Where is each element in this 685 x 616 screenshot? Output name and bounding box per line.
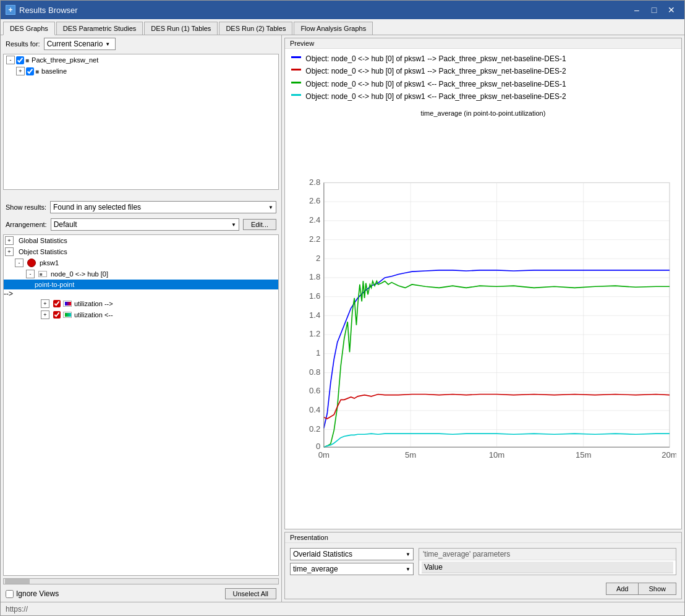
tab-des-run-1[interactable]: DES Run (1) Tables [144,22,218,35]
arrangement-arrow: ▼ [231,222,236,228]
presentation-type-arrow: ▼ [406,552,411,557]
svg-text:1.4: 1.4 [309,310,320,319]
checkbox-pack[interactable] [16,56,24,64]
preview-section: Preview Object: node_0 <-> hub [0] of pk… [284,38,682,529]
presentation-function-select[interactable]: time_average ▼ [290,563,414,575]
expander-global[interactable]: + [5,236,14,245]
legend-item-0: Object: node_0 <-> hub [0] of pksw1 --> … [291,53,675,65]
label-p2p: point-to-point [35,281,74,288]
label-util-right: utilization --> [74,300,113,307]
stats-item-util-left[interactable]: + utilization <-- [4,309,278,320]
stats-item-global[interactable]: + Global Statistics [4,235,278,246]
arrangement-value: Default [54,220,231,229]
stats-item-object[interactable]: + Object Statistics [4,246,278,257]
params-title: 'time_average' parameters [419,549,676,560]
svg-text:1: 1 [316,348,320,357]
stats-item-p2p[interactable]: point-to-point [4,280,278,289]
presentation-function-value: time_average [293,565,406,573]
legend-text-1: Object: node_0 <-> hub [0] of pksw1 --> … [304,65,566,77]
tab-des-graphs[interactable]: DES Graphs [3,22,55,35]
tab-des-parametric[interactable]: DES Parametric Studies [56,22,143,35]
chart-area: 2.8 2.6 2.4 2.2 2 1.8 1.6 1.4 1.2 1 0.8 … [290,119,676,524]
svg-text:0.8: 0.8 [309,367,320,376]
expander-util-right[interactable]: + [41,299,49,308]
left-bottom-row: Ignore Views Unselect All [1,586,281,602]
legend-area: Object: node_0 <-> hub [0] of pksw1 --> … [285,49,681,107]
arrangement-label: Arrangement: [6,221,47,228]
presentation-title: Presentation [285,533,681,543]
expander-baseline[interactable]: + [16,67,25,75]
ignore-views-label[interactable]: Ignore Views [6,589,59,598]
util-left-icon [63,312,72,318]
legend-color-0 [291,56,301,58]
checkbox-baseline[interactable] [26,67,34,75]
presentation-left: Overlaid Statistics ▼ time_average ▼ [290,548,414,575]
svg-text:5m: 5m [405,450,416,459]
window-controls: – □ ✕ [629,3,679,17]
chart-svg: 2.8 2.6 2.4 2.2 2 1.8 1.6 1.4 1.2 1 0.8 … [290,119,676,524]
presentation-type-select[interactable]: Overlaid Statistics ▼ [290,548,414,560]
show-results-row: Show results: Found in any selected file… [1,199,281,216]
expander-pack[interactable]: - [6,56,15,64]
results-for-select[interactable]: Current Scenario ▼ [44,38,116,50]
stats-item-util-right[interactable]: + utilization --> [4,298,278,309]
add-button[interactable]: Add [606,583,639,595]
stats-item-node0[interactable]: - ■ node_0 <-> hub [0] [4,268,278,280]
legend-item-1: Object: node_0 <-> hub [0] of pksw1 --> … [291,65,675,77]
show-button[interactable]: Show [638,583,676,595]
label-pack: Pack_three_pksw_net [32,56,98,64]
show-results-value: Found in any selected files [53,203,268,212]
stats-item-pksw1[interactable]: - pksw1 [14,257,278,268]
ignore-views-checkbox[interactable] [6,590,14,598]
svg-text:20m: 20m [662,450,676,459]
params-content: Value [419,560,676,575]
checkbox-util-left[interactable] [53,311,61,319]
svg-text:1.2: 1.2 [309,329,320,338]
presentation-inner: Overlaid Statistics ▼ time_average ▼ 'ti… [285,543,681,580]
svg-text:0.4: 0.4 [309,405,320,414]
label-node0: node_0 <-> hub [0] [51,270,108,278]
legend-text-0: Object: node_0 <-> hub [0] of pksw1 --> … [304,53,566,65]
edit-button[interactable]: Edit... [243,219,276,230]
minimize-button[interactable]: – [629,3,645,17]
legend-item-2: Object: node_0 <-> hub [0] of pksw1 <-- … [291,78,675,90]
legend-color-3 [291,94,301,96]
chart-container: time_average (in point-to-point.utilizat… [285,107,681,529]
main-content: Results for: Current Scenario ▼ - ■ Pack… [1,35,684,602]
files-tree[interactable]: - ■ Pack_three_pksw_net + ■ baseline [3,54,279,190]
svg-text:0.6: 0.6 [309,386,320,395]
label-util-left: utilization <-- [74,311,113,319]
legend-color-1 [291,69,301,71]
h-scroll-thumb[interactable] [5,579,30,584]
presentation-type-value: Overlaid Statistics [293,550,406,558]
h-scrollbar [3,577,279,586]
svg-text:2: 2 [316,253,320,262]
presentation-function-arrow: ▼ [406,567,411,572]
show-results-select[interactable]: Found in any selected files ▼ [50,201,276,213]
tab-bar: DES Graphs DES Parametric Studies DES Ru… [1,19,684,35]
tree-item-baseline[interactable]: + ■ baseline [14,66,278,77]
expander-pksw1[interactable]: - [15,259,23,267]
results-for-label: Results for: [6,40,40,48]
tab-des-run-2[interactable]: DES Run (2) Tables [219,22,292,35]
arrangement-select[interactable]: Default ▼ [51,218,239,231]
tab-flow-analysis[interactable]: Flow Analysis Graphs [294,22,373,35]
expander-node0[interactable]: - [26,270,35,278]
results-for-value: Current Scenario [47,40,103,48]
maximize-button[interactable]: □ [646,3,662,17]
unselect-all-button[interactable]: Unselect All [225,588,276,599]
expander-object[interactable]: + [5,247,14,256]
left-panel: Results for: Current Scenario ▼ - ■ Pack… [1,35,282,602]
chart-title: time_average (in point-to-point.utilizat… [290,109,676,117]
show-results-arrow: ▼ [268,205,273,210]
right-panel: Preview Object: node_0 <-> hub [0] of pk… [282,35,684,602]
stats-tree[interactable]: + Global Statistics + Object Statistics … [3,234,279,576]
expander-util-left[interactable]: + [41,310,49,319]
tree-item-pack[interactable]: - ■ Pack_three_pksw_net [4,54,278,66]
title-bar: + Results Browser – □ ✕ [1,1,684,19]
close-button[interactable]: ✕ [663,3,679,17]
svg-text:0m: 0m [318,450,330,459]
svg-text:2.6: 2.6 [309,196,320,205]
checkbox-util-right[interactable] [53,300,61,307]
h-scroll-track[interactable] [3,578,279,584]
